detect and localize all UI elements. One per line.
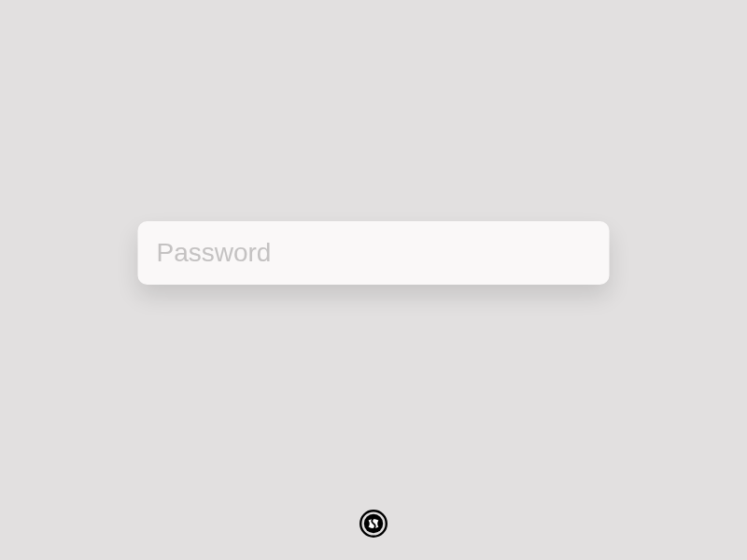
password-input[interactable]: [138, 221, 610, 285]
password-field-container: [138, 221, 610, 285]
brand-logo-icon: [359, 510, 388, 538]
